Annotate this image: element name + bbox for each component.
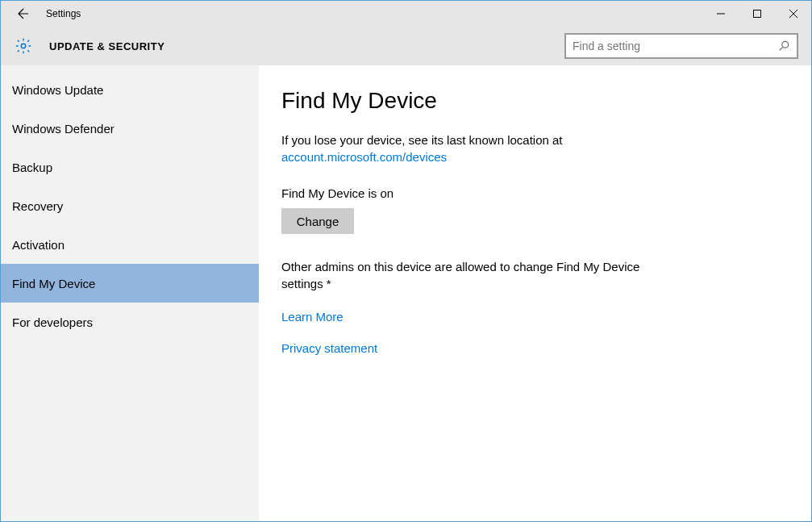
back-button[interactable] (7, 1, 40, 27)
sidebar-item-label: For developers (12, 315, 93, 329)
svg-point-2 (782, 41, 789, 48)
learn-more-link[interactable]: Learn More (281, 310, 779, 324)
back-arrow-icon (17, 7, 30, 20)
sidebar-item-find-my-device[interactable]: Find My Device (1, 264, 259, 303)
description-text: If you lose your device, see its last kn… (281, 133, 563, 147)
header-title: UPDATE & SECURITY (49, 40, 164, 52)
page-title: Find My Device (281, 88, 779, 114)
svg-rect-0 (753, 10, 760, 18)
minimize-button[interactable] (702, 1, 739, 27)
close-button[interactable] (775, 1, 811, 27)
sidebar-item-label: Backup (12, 161, 52, 174)
sidebar-item-label: Activation (12, 238, 65, 252)
change-button[interactable]: Change (281, 208, 354, 234)
maximize-button[interactable] (739, 1, 775, 27)
account-devices-link[interactable]: account.microsoft.com/devices (281, 150, 447, 164)
title-bar: Settings (1, 1, 811, 27)
sidebar-item-label: Windows Update (12, 83, 103, 97)
minimize-icon (717, 10, 725, 18)
sidebar-item-backup[interactable]: Backup (1, 148, 259, 186)
sidebar-item-label: Recovery (12, 199, 63, 213)
window-title: Settings (46, 8, 81, 19)
sidebar-item-label: Find My Device (12, 277, 95, 290)
sidebar-item-for-developers[interactable]: For developers (1, 303, 259, 341)
sidebar-item-recovery[interactable]: Recovery (1, 186, 259, 225)
settings-gear-icon (14, 36, 33, 56)
search-icon (777, 40, 790, 52)
admin-note: Other admins on this device are allowed … (281, 258, 685, 292)
sidebar-item-windows-update[interactable]: Windows Update (1, 70, 259, 109)
description: If you lose your device, see its last kn… (281, 132, 779, 165)
svg-point-1 (21, 44, 26, 48)
privacy-statement-link[interactable]: Privacy statement (281, 341, 779, 355)
maximize-icon (753, 10, 761, 18)
status-text: Find My Device is on (281, 186, 779, 200)
sidebar-item-label: Windows Defender (12, 122, 115, 136)
window-controls (702, 1, 811, 27)
sidebar: Windows UpdateWindows DefenderBackupReco… (1, 65, 259, 521)
change-button-label: Change (297, 215, 339, 228)
sidebar-item-windows-defender[interactable]: Windows Defender (1, 109, 259, 148)
sidebar-item-activation[interactable]: Activation (1, 225, 259, 264)
search-input[interactable] (573, 40, 777, 52)
search-box[interactable] (564, 33, 798, 59)
header-bar: UPDATE & SECURITY (1, 27, 811, 65)
content-pane: Find My Device If you lose your device, … (259, 65, 811, 521)
close-icon (789, 10, 797, 18)
